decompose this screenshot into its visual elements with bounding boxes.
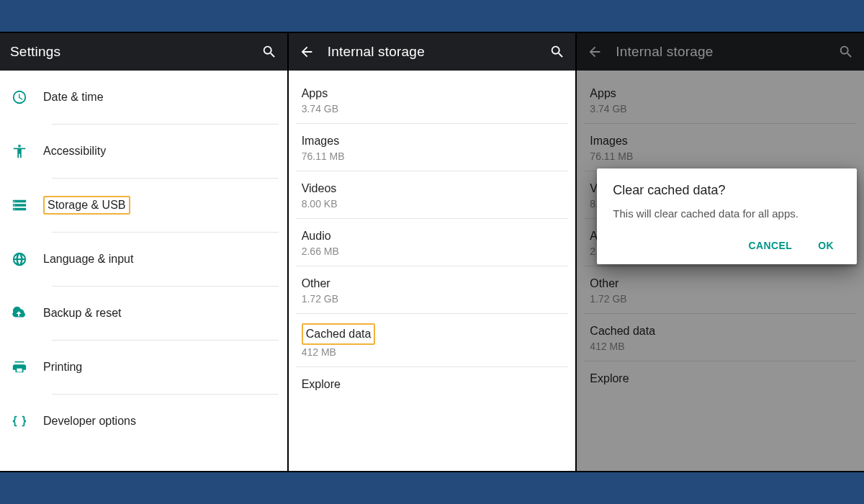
storage-item-size: 3.74 GB [590,103,851,114]
print-icon [12,359,43,375]
storage-item-explore: Explore [577,361,864,397]
settings-item-label: Storage & USB [43,196,130,215]
dialog-clear-cache: Clear cached data? This will clear cache… [597,168,857,264]
panel-settings: Settings Date & time Accessib [0,33,287,471]
backup-icon [12,305,43,321]
storage-item-images: Images 76.11 MB [577,124,864,171]
storage-item-cached-data[interactable]: Cached data 412 MB [289,314,576,366]
storage-item-other[interactable]: Other 1.72 GB [289,266,576,313]
settings-item-label: Language & input [43,253,133,266]
storage-item-label: Explore [302,377,563,392]
storage-item-size: 2.66 MB [302,246,563,257]
storage-item-label: Other [302,276,563,292]
appbar-internal-storage: Internal storage [289,33,576,71]
storage-list: Apps 3.74 GB Images 76.11 MB Videos 8.00… [289,71,576,471]
search-icon [838,44,854,60]
storage-item-label: Apps [590,86,851,102]
storage-item-size: 412 MB [590,341,851,352]
storage-item-label: Images [302,133,563,149]
ok-button[interactable]: OK [815,234,837,257]
storage-item-explore[interactable]: Explore [289,367,576,402]
storage-item-apps: Apps 3.74 GB [577,76,864,123]
appbar-internal-storage-dimmed: Internal storage [577,33,864,71]
storage-item-size: 1.72 GB [302,293,563,305]
storage-item-apps[interactable]: Apps 3.74 GB [289,76,576,123]
storage-item-label: Videos [302,181,563,197]
settings-item-label: Printing [43,361,82,374]
storage-item-label: Apps [302,86,563,102]
storage-item-audio[interactable]: Audio 2.66 MB [289,219,576,266]
accessibility-icon [12,143,43,159]
settings-item-backup-reset[interactable]: Backup & reset [0,287,287,340]
settings-item-label: Accessibility [43,145,106,158]
settings-item-developer-options[interactable]: Developer options [0,395,287,448]
storage-item-label: Other [590,276,851,292]
storage-item-label: Images [590,133,851,149]
storage-item-size: 76.11 MB [302,150,563,162]
dialog-button-row: CANCEL OK [613,234,841,257]
search-icon[interactable] [549,44,565,60]
storage-item-label: Audio [302,228,563,244]
page-title: Internal storage [616,44,825,60]
search-icon[interactable] [261,44,277,60]
globe-icon [12,251,43,267]
back-icon [587,44,603,60]
storage-item-size: 1.72 GB [590,293,851,305]
panel-internal-storage-dialog: Internal storage Apps 3.74 GB Images 76.… [575,33,864,471]
storage-item-label: Cached data [590,323,851,339]
clock-icon [12,89,43,105]
cancel-button[interactable]: CANCEL [745,234,795,257]
back-icon[interactable] [299,44,315,60]
dialog-title: Clear cached data? [613,183,841,198]
settings-item-label: Developer options [43,415,136,428]
braces-icon [12,413,43,429]
storage-icon [12,197,43,213]
settings-item-storage-usb[interactable]: Storage & USB [0,179,287,232]
storage-list-dimmed: Apps 3.74 GB Images 76.11 MB Videos 8.00… [577,71,864,471]
settings-item-language-input[interactable]: Language & input [0,233,287,286]
panel-internal-storage: Internal storage Apps 3.74 GB Images 76.… [287,33,576,471]
storage-item-label: Explore [590,371,851,387]
storage-item-videos[interactable]: Videos 8.00 KB [289,171,576,218]
page-title: Settings [10,44,248,60]
frame-bottom-border [0,471,864,472]
settings-item-date-time[interactable]: Date & time [0,71,287,124]
storage-item-cached-data: Cached data 412 MB [577,314,864,361]
appbar-settings: Settings [0,33,287,71]
settings-list: Date & time Accessibility Storage & USB [0,71,287,471]
storage-item-images[interactable]: Images 76.11 MB [289,124,576,171]
settings-item-printing[interactable]: Printing [0,341,287,394]
page-title: Internal storage [328,44,537,60]
settings-item-accessibility[interactable]: Accessibility [0,125,287,178]
storage-item-size: 3.74 GB [302,103,563,114]
settings-item-label: Date & time [43,91,104,104]
settings-item-label: Backup & reset [43,307,122,320]
storage-item-size: 76.11 MB [590,150,851,162]
storage-item-other: Other 1.72 GB [577,266,864,313]
dialog-body: This will clear cached data for all apps… [613,207,841,221]
storage-item-size: 8.00 KB [302,198,563,210]
storage-item-size: 412 MB [302,346,563,358]
storage-item-label: Cached data [302,323,376,345]
